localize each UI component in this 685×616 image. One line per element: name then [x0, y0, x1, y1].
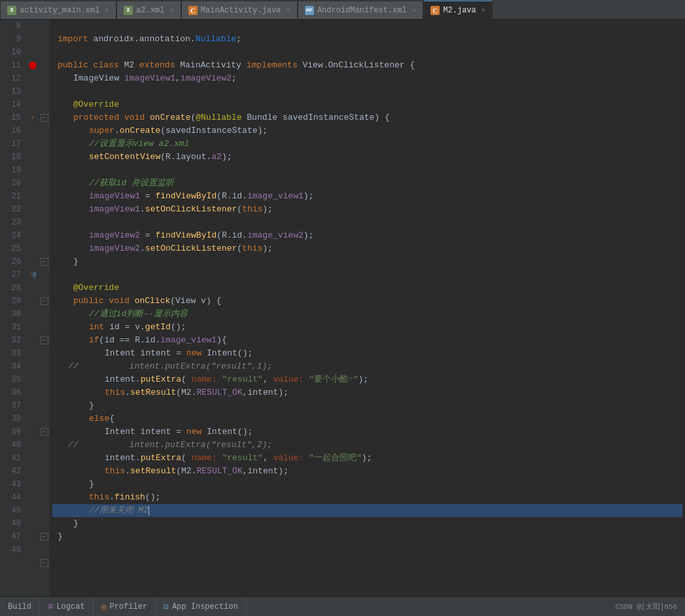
code-editor[interactable]: import androidx.annotation.Nullable; pub…: [50, 20, 685, 596]
code-line-37: }: [52, 399, 682, 412]
code-line-43: }: [52, 478, 682, 491]
java-icon: C: [188, 6, 198, 15]
fold-button[interactable]: −: [41, 114, 48, 122]
profiler-button[interactable]: ◎ Profiler: [94, 597, 156, 617]
tab-androidmanifest[interactable]: MF AndroidManifest.xml ×: [298, 1, 423, 19]
tab-label: M2.java: [443, 6, 476, 15]
code-line-14: @Override: [52, 98, 682, 111]
code-line-48: [52, 543, 682, 556]
tab-label: MainActivity.java: [201, 6, 281, 15]
code-line-33: Intent intent = new Intent();: [52, 347, 682, 360]
tab-mainactivity[interactable]: C MainActivity.java ×: [181, 1, 298, 19]
fold-button[interactable]: −: [41, 258, 48, 266]
gutter-markers: ↑ ↑ @: [26, 20, 39, 596]
fold-button[interactable]: −: [41, 297, 48, 305]
status-bar: Build ≡ Logcat ◎ Profiler ⊡ App Inspecti…: [0, 596, 685, 616]
fold-button[interactable]: −: [41, 336, 48, 344]
fold-button[interactable]: −: [41, 533, 48, 541]
tab-activity-main[interactable]: X activity_main.xml ×: [0, 1, 116, 19]
close-tab-button[interactable]: ×: [105, 7, 109, 14]
profiler-icon: ◎: [101, 602, 107, 612]
logcat-icon: ≡: [48, 602, 53, 612]
code-line-46: }: [52, 517, 682, 530]
tab-bar: X activity_main.xml × X a2.xml × C MainA…: [0, 0, 685, 20]
tab-label: AndroidManifest.xml: [317, 6, 407, 15]
code-line-24: imageView2 = findViewById(R.id.image_vie…: [52, 229, 682, 242]
code-line-29: public void onClick(View v) {: [52, 295, 682, 308]
code-line-39: Intent intent = new Intent();: [52, 426, 682, 439]
tab-label: a2.xml: [136, 6, 164, 15]
code-line-47: }: [52, 530, 682, 543]
tab-m2[interactable]: C M2.java ×: [423, 1, 493, 19]
code-line-13: [52, 85, 682, 98]
at-marker: @: [33, 272, 36, 278]
mf-icon: MF: [305, 6, 314, 15]
code-line-15: protected void onCreate(@Nullable Bundle…: [52, 111, 682, 124]
logcat-label: Logcat: [56, 602, 84, 611]
code-line-23: [52, 216, 682, 229]
status-left: Build ≡ Logcat ◎ Profiler ⊡ App Inspecti…: [0, 597, 607, 617]
code-line-26: }: [52, 255, 682, 268]
fold-button[interactable]: −: [41, 559, 48, 567]
code-line-28: @Override: [52, 281, 682, 295]
profiler-label: Profiler: [109, 602, 147, 611]
close-tab-button[interactable]: ×: [169, 7, 174, 14]
logcat-button[interactable]: ≡ Logcat: [40, 597, 94, 617]
code-line-9: import androidx.annotation.Nullable;: [52, 33, 682, 46]
code-line-32: if(id == R.id.image_view1){: [52, 334, 682, 347]
code-line-20: //获取id 并设置监听: [52, 177, 682, 190]
fold-button[interactable]: −: [41, 428, 48, 436]
code-line-38: else{: [52, 412, 682, 426]
status-attribution: CSDN @[太阳]656: [607, 602, 685, 611]
code-line-41: intent.putExtra( name: "result", value: …: [52, 452, 682, 465]
close-tab-button[interactable]: ×: [482, 7, 486, 14]
app-inspection-button[interactable]: ⊡ App Inspection: [156, 597, 247, 617]
tab-label: activity_main.xml: [20, 6, 99, 15]
code-line-18: setContentView(R.layout.a2);: [52, 151, 682, 164]
code-line-42: this.setResult(M2.RESULT_OK,intent);: [52, 465, 682, 478]
code-line-17: //设置显示view a2.xml: [52, 137, 682, 151]
app-inspection-icon: ⊡: [164, 602, 169, 612]
code-line-36: this.setResult(M2.RESULT_OK,intent);: [52, 386, 682, 399]
editor-area: 8 9 10 11 12 13 14 15 16 17 18 19 20 21 …: [0, 20, 685, 596]
code-line-11: public class M2 extends MainActivity imp…: [52, 59, 682, 72]
code-line-27: [52, 268, 682, 281]
arrow-marker: ↑: [31, 115, 35, 122]
code-line-25: imageView2.setOnClickListener(this);: [52, 242, 682, 255]
java-icon: C: [430, 6, 440, 15]
build-button[interactable]: Build: [0, 597, 40, 617]
breakpoint-marker: [29, 62, 37, 69]
code-line-19: [52, 164, 682, 177]
close-tab-button[interactable]: ×: [286, 7, 290, 14]
code-line-8: [52, 20, 682, 33]
code-line-45: //用来关闭 M2: [52, 504, 682, 517]
close-tab-button[interactable]: ×: [412, 7, 417, 14]
fold-gutter: − − − − − −: [39, 20, 50, 596]
attribution-text: CSDN @[太阳]656: [615, 603, 677, 611]
xml-icon: X: [124, 6, 133, 15]
code-line-35: intent.putExtra( name: "result", value: …: [52, 373, 682, 386]
code-line-30: //通过id判断--显示内容: [52, 308, 682, 321]
code-line-21: imageView1 = findViewById(R.id.image_vie…: [52, 190, 682, 203]
code-line-22: imageView1.setOnClickListener(this);: [52, 203, 682, 216]
app-inspection-label: App Inspection: [172, 602, 238, 611]
code-line-34: // intent.putExtra("result",1);: [52, 360, 682, 373]
code-line-10: [52, 46, 682, 59]
code-line-12: ImageView imageView1,imageView2;: [52, 72, 682, 85]
tab-a2[interactable]: X a2.xml ×: [116, 1, 181, 19]
code-line-40: // intent.putExtra("result",2);: [52, 439, 682, 452]
code-line-31: int id = v.getId();: [52, 321, 682, 334]
code-line-16: super.onCreate(savedInstanceState);: [52, 124, 682, 137]
code-line-44: this.finish();: [52, 491, 682, 504]
line-numbers: 8 9 10 11 12 13 14 15 16 17 18 19 20 21 …: [0, 20, 26, 596]
xml-icon: X: [7, 6, 16, 15]
build-label: Build: [8, 602, 31, 611]
